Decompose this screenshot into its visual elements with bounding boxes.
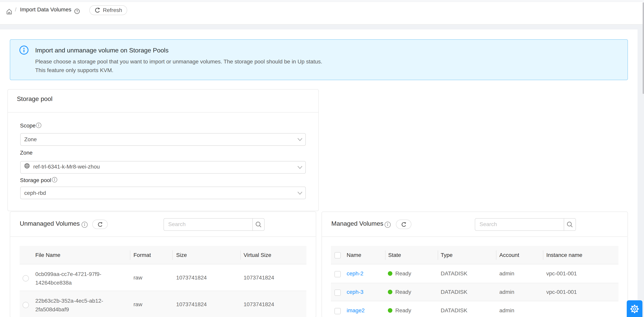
svg-text:?: ? bbox=[76, 10, 78, 13]
